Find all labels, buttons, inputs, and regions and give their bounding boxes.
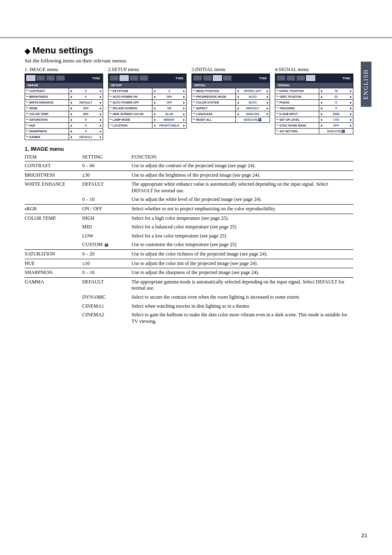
arrow-right-icon[interactable] [350, 124, 352, 127]
arrow-right-icon[interactable] [350, 119, 352, 121]
osd-tab-icon[interactable] [193, 75, 202, 81]
osd-item[interactable]: KEYSTONE0 [108, 88, 186, 94]
osd-item-value[interactable]: DEFAULT [235, 106, 270, 111]
arrow-right-icon[interactable] [100, 130, 101, 133]
osd-item-value[interactable]: 0 [69, 88, 103, 94]
osd-item-value[interactable]: OFF [152, 94, 186, 99]
arrow-right-icon[interactable] [183, 96, 185, 98]
osd-tab-icon[interactable] [46, 75, 55, 81]
osd-item[interactable]: SHARPNESS0 [25, 128, 103, 134]
osd-item[interactable]: RESET ALLEXECUTE [192, 117, 270, 122]
arrow-right-icon[interactable] [350, 101, 352, 104]
osd-item-value[interactable]: AUTO [235, 100, 270, 105]
osd-item[interactable]: COLOR TEMP.MID [25, 111, 103, 117]
osd-item-value[interactable]: BLUE [152, 111, 186, 117]
arrow-right-icon[interactable] [100, 113, 101, 115]
arrow-right-icon[interactable] [100, 96, 101, 98]
arrow-right-icon[interactable] [183, 124, 185, 127]
osd-item[interactable]: LOCATIONFRONT/TABLE [108, 122, 186, 128]
osd-item-value[interactable]: ENGLISH [235, 111, 270, 117]
arrow-right-icon[interactable] [183, 113, 185, 115]
osd-item[interactable]: A/D SETTINGEXECUTE [275, 128, 353, 134]
osd-item-value[interactable]: AUTO [235, 94, 270, 99]
osd-tab-icon[interactable] [110, 75, 119, 81]
osd-item[interactable]: PHASE0 [275, 99, 353, 105]
osd-item-value[interactable]: 7.5% [319, 117, 353, 122]
osd-item[interactable]: SATURATION0 [25, 117, 103, 122]
arrow-right-icon[interactable] [100, 101, 101, 104]
osd-tab-icon[interactable] [213, 75, 222, 81]
osd-item-value[interactable]: RGB [319, 111, 353, 117]
osd-item[interactable]: AUTO POWER ONOFF [108, 94, 186, 99]
osd-item[interactable]: TRACKING0 [275, 105, 353, 111]
osd-item[interactable]: SPLASH SCREENON [108, 105, 186, 111]
osd-tab-icon[interactable] [120, 75, 129, 81]
osd-item-value[interactable]: OFF [69, 106, 103, 111]
arrow-right-icon[interactable] [100, 90, 101, 92]
osd-item[interactable]: CONTRAST0 [25, 88, 103, 94]
osd-item[interactable]: SET UP LEVEL7.5% [275, 117, 353, 122]
osd-item[interactable]: WHITE ENHANCEDEFAULT [25, 99, 103, 105]
arrow-right-icon[interactable] [100, 107, 101, 110]
osd-item[interactable]: D-SUB INPUTRGB [275, 111, 353, 117]
osd-item-value[interactable]: 0 [152, 88, 186, 94]
osd-item-value[interactable]: 0 [69, 129, 103, 134]
osd-tab-icon[interactable] [203, 75, 212, 81]
arrow-right-icon[interactable] [350, 113, 352, 115]
osd-item-value[interactable]: UPPER LEFT [235, 88, 270, 94]
osd-item-value[interactable]: EXECUTE [319, 129, 353, 134]
arrow-right-icon[interactable] [350, 107, 352, 110]
osd-item-value[interactable]: 0 [69, 94, 103, 99]
osd-tab-icon[interactable] [129, 75, 138, 81]
osd-item[interactable]: sRGBOFF [25, 105, 103, 111]
osd-item[interactable]: HIDE SCREEN COLORBLUE [108, 111, 186, 117]
osd-tab-icon[interactable] [296, 75, 305, 81]
osd-item-value[interactable]: 0 [319, 106, 353, 111]
osd-item[interactable]: MENU POSITIONUPPER LEFT [192, 88, 270, 94]
arrow-right-icon[interactable] [350, 90, 352, 92]
osd-item-value[interactable]: 0 [69, 123, 103, 128]
osd-item-value[interactable]: FRONT/TABLE [152, 123, 186, 128]
osd-tab-icon[interactable] [223, 75, 232, 81]
osd-item[interactable]: ASPECTDEFAULT [192, 105, 270, 111]
osd-item-value[interactable]: EXECUTE [235, 117, 270, 122]
osd-item-value[interactable]: 0 [69, 117, 103, 122]
arrow-right-icon[interactable] [183, 90, 185, 92]
arrow-right-icon[interactable] [183, 107, 185, 110]
arrow-right-icon[interactable] [350, 96, 352, 98]
arrow-right-icon[interactable] [100, 136, 101, 138]
arrow-right-icon[interactable] [100, 124, 101, 127]
arrow-right-icon[interactable] [100, 119, 101, 121]
osd-item-value[interactable]: 22 [319, 94, 353, 99]
osd-tab-icon[interactable] [139, 75, 148, 81]
osd-item-value[interactable]: DEFAULT [69, 100, 103, 105]
osd-item-value[interactable]: OFF [152, 100, 186, 105]
osd-item-value[interactable]: DEFAULT [69, 134, 103, 140]
osd-item[interactable]: LANGUAGEENGLISH [192, 111, 270, 117]
osd-item-value[interactable]: ON [152, 106, 186, 111]
arrow-right-icon[interactable] [267, 90, 268, 92]
osd-item[interactable]: BRIGHTNESS0 [25, 94, 103, 99]
osd-item[interactable]: VERT. POSITON22 [275, 94, 353, 99]
osd-tab-icon[interactable] [277, 75, 286, 81]
osd-tab-icon[interactable] [36, 75, 45, 81]
arrow-right-icon[interactable] [267, 96, 268, 98]
osd-item-value[interactable]: 0 [319, 100, 353, 105]
arrow-right-icon[interactable] [267, 101, 268, 104]
osd-tab-icon[interactable] [306, 75, 315, 81]
arrow-right-icon[interactable] [267, 113, 268, 115]
arrow-right-icon[interactable] [183, 119, 185, 121]
osd-item[interactable]: COLOR SYSTEMAUTO [192, 99, 270, 105]
arrow-right-icon[interactable] [267, 107, 268, 110]
osd-item-value[interactable]: BRIGHT [152, 117, 186, 122]
osd-item-value[interactable]: 78 [319, 88, 353, 94]
osd-tab-icon[interactable] [26, 75, 35, 81]
osd-item-value[interactable]: OFF [319, 123, 353, 128]
osd-item[interactable]: LAMP MODEBRIGHT [108, 117, 186, 122]
osd-item[interactable]: HORIZ. POSITION78 [275, 88, 353, 94]
osd-item[interactable]: PROGRESSIVE MODEAUTO [192, 94, 270, 99]
osd-tab-icon[interactable] [56, 75, 65, 81]
osd-item[interactable]: SYNC NOISE MASKOFF [275, 122, 353, 128]
osd-item-value[interactable]: MID [69, 111, 103, 117]
osd-tab-icon[interactable] [286, 75, 295, 81]
